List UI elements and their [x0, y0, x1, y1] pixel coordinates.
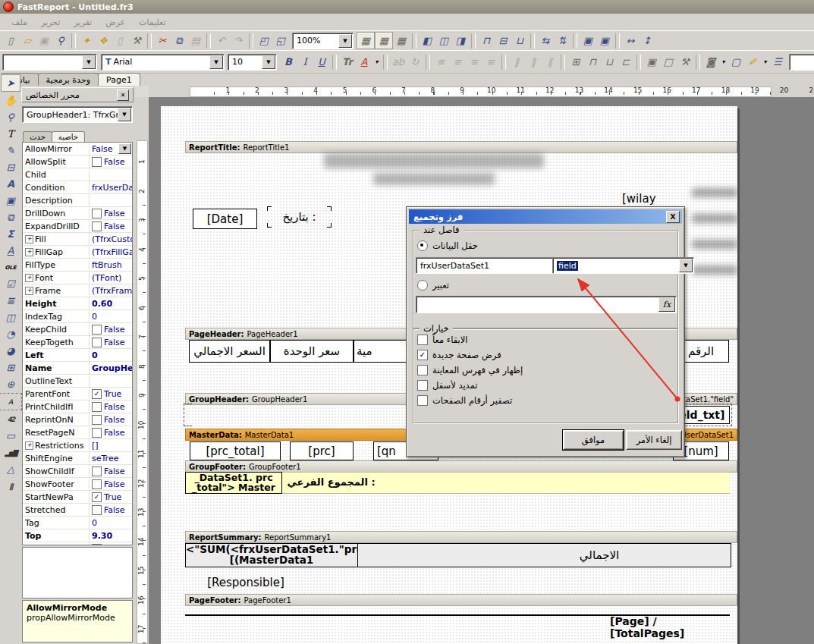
align-tops-button[interactable]: ⊓ [478, 33, 495, 49]
checkbox[interactable] [417, 395, 428, 406]
new-page-button[interactable]: ✦ [78, 33, 95, 49]
prc-total-cell[interactable]: [prc_total] [190, 441, 281, 460]
align-centers-button[interactable]: ◫ [435, 33, 452, 49]
expand-icon[interactable]: + [25, 235, 33, 243]
expression-input[interactable]: fx [416, 296, 677, 313]
empty-text-object[interactable] [187, 229, 409, 267]
date-object[interactable]: [Date] [193, 209, 257, 229]
property-row[interactable]: +Condition frxUserDataSe▼ [23, 181, 132, 194]
format-painter-button[interactable]: ✎ [2, 143, 20, 159]
menu-item[interactable]: تعليمات [132, 16, 172, 29]
property-row[interactable]: +PrintChildIfI False▼ [23, 401, 132, 413]
space-horizontally-button[interactable]: ⇆ [537, 33, 554, 49]
checkbox[interactable] [92, 221, 102, 231]
undo-button[interactable]: ↶ [213, 33, 230, 49]
checkbox[interactable] [417, 365, 428, 375]
center-vertically-button[interactable]: ▣ [596, 33, 613, 49]
property-row[interactable]: +Height 0.60▼ [23, 297, 132, 310]
property-row[interactable]: +Frame (TfrxFrame)▼ [23, 284, 132, 297]
font-size-combo[interactable]: 10 ▼ [228, 54, 277, 71]
chevron-down-icon[interactable]: ▼ [209, 55, 223, 69]
checkbox[interactable] [92, 402, 102, 412]
band-header-groupfooter[interactable]: GroupFooter: GroupFooter1 [185, 460, 737, 473]
checkbox[interactable] [417, 350, 428, 360]
property-row[interactable]: +OutlineText ▼ [23, 375, 132, 388]
separator[interactable] [471, 33, 476, 49]
bold-button[interactable]: B [280, 54, 297, 70]
redo-button[interactable]: ↷ [230, 33, 247, 49]
property-row[interactable]: +FillType ftBrush▼ [23, 259, 132, 272]
property-row[interactable]: +ShiftEngine seTree▼ [23, 452, 132, 465]
chart-object-button[interactable]: ▂▅▇ [2, 445, 20, 460]
grand-total-sum-object[interactable]: <"SUM(<frxUserDataSet1."prc_total] [(Mas… [186, 544, 358, 567]
same-width-button[interactable]: ↔ [622, 33, 639, 49]
page-tab[interactable]: Page1 [98, 73, 140, 86]
open-report-button[interactable]: ▱ [19, 33, 36, 49]
zoom-tool-button[interactable]: ⚲ [2, 109, 20, 125]
menu-item[interactable]: عرض [99, 16, 132, 29]
align-to-grid-button[interactable]: ▦ [375, 32, 393, 49]
menu-item[interactable]: ملف [5, 16, 34, 29]
property-row[interactable]: +FillGap (TfrxFillGaps)▼ [23, 246, 132, 259]
picture-object-button[interactable]: ▣ [2, 193, 20, 209]
copy-button[interactable]: ⧉ [171, 33, 187, 49]
option-checkbox-row[interactable]: إظهار في فهرس المعاينة [417, 365, 523, 375]
field-combo[interactable]: field ▼ [552, 257, 694, 274]
expand-icon[interactable]: + [25, 441, 33, 450]
checkbox[interactable] [417, 380, 428, 391]
align-text-right-button[interactable]: ≡ [466, 54, 482, 70]
property-row[interactable]: +ShowChildIf False▼ [23, 465, 132, 478]
checkbox[interactable] [92, 505, 102, 515]
draw-object-button[interactable]: A [2, 243, 20, 259]
expand-icon[interactable]: + [25, 287, 33, 295]
prc-cell[interactable]: [prc] [290, 441, 354, 460]
summary-row[interactable]: <"SUM(<frxUserDataSet1."prc_total] [(Mas… [185, 543, 731, 567]
option-checkbox-row[interactable]: الابقاء معاً [417, 335, 523, 344]
new-report-button[interactable]: ▯ [2, 33, 19, 49]
column-header-unit-price[interactable]: سعر الوحدة [270, 340, 354, 363]
subtotal-sum-object[interactable]: _DataSet1. prc _total"> Master [185, 472, 282, 494]
option-checkbox-row[interactable]: تمديد لأسفل [417, 380, 523, 390]
column-header-total-price[interactable]: السعر الاجمالي [189, 340, 270, 363]
chevron-down-icon[interactable]: ▼ [338, 34, 352, 48]
chevron-down-icon[interactable]: ▼ [118, 108, 131, 121]
center-horizontally-button[interactable]: ▣ [580, 33, 596, 49]
zoom-combo[interactable]: 100% ▼ [292, 33, 354, 49]
ungroup-button[interactable]: ◱ [272, 33, 289, 49]
checkbox[interactable] [92, 544, 102, 546]
data-field-radio[interactable]: حقل البيانات [417, 240, 478, 251]
band-header-reporttitle[interactable]: ReportTitle: ReportTitle1 [185, 141, 737, 153]
dropdown-arrow-icon[interactable]: ▼ [118, 143, 131, 154]
group-button[interactable]: ◰ [256, 33, 272, 49]
property-row[interactable]: +IndexTag 0▼ [23, 310, 132, 323]
valign-center-button[interactable]: ∥ [525, 54, 542, 70]
band-object-button[interactable]: ⊟ [2, 159, 20, 175]
menu-item[interactable]: تحرير [34, 16, 67, 29]
hand-tool-button[interactable]: ✋ [2, 93, 20, 108]
show-grid-button[interactable]: ▦ [357, 32, 375, 49]
frame-none-button[interactable]: □ [660, 54, 677, 70]
page-settings-button[interactable]: ⚒ [128, 33, 145, 49]
align-text-left-button[interactable]: ≡ [432, 54, 449, 70]
italic-button[interactable]: I [297, 54, 313, 70]
separator[interactable] [636, 55, 641, 70]
separator[interactable] [426, 55, 430, 70]
separator[interactable] [501, 55, 506, 70]
separator[interactable] [383, 55, 388, 70]
wilaya-object[interactable]: [wilay [622, 192, 694, 206]
rotate-button[interactable]: ↻ [407, 54, 423, 70]
property-row[interactable]: +AllowMirror False▼ [23, 143, 132, 156]
frame-all-button[interactable]: ⊞ [567, 54, 584, 70]
checkbox[interactable] [92, 157, 102, 167]
checkbox[interactable] [92, 338, 102, 347]
align-lefts-button[interactable]: ◧ [419, 33, 435, 49]
object-selector-combo[interactable]: GroupHeader1: TfrxGrou ▼ [22, 106, 133, 123]
frame-top-button[interactable]: ⊓ [584, 54, 601, 70]
table-object-button[interactable]: ⊞ [2, 360, 20, 375]
cancel-button[interactable]: إلغاء الأمر [626, 430, 682, 450]
property-row[interactable]: +Fill (TfrxCustomFill▼ [23, 233, 132, 246]
fill-color-dropdown-icon[interactable]: ▾ [719, 54, 728, 70]
property-row[interactable]: +StartNewPa True▼ [23, 491, 132, 504]
save-report-button[interactable]: ▣ [36, 33, 52, 49]
property-row[interactable]: +ResetPageN False▼ [23, 426, 132, 439]
